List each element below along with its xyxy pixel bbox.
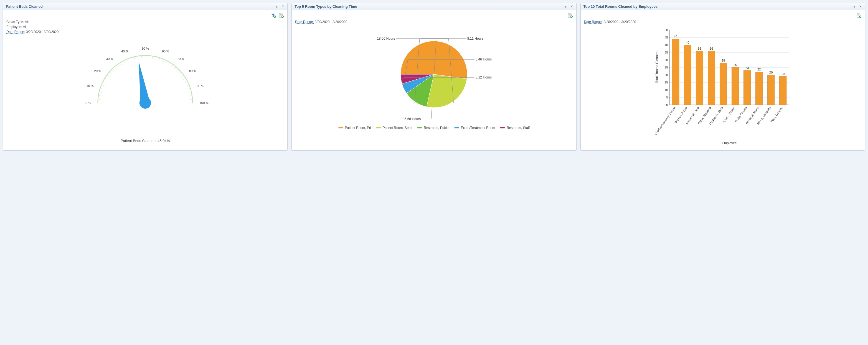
svg-line-16 [121, 63, 122, 65]
close-icon[interactable]: ✕ [569, 4, 574, 9]
export-icon[interactable] [567, 13, 573, 18]
svg-line-41 [189, 96, 192, 96]
svg-text:50 %: 50 % [142, 47, 149, 50]
svg-text:70 %: 70 % [177, 57, 184, 60]
svg-rect-112 [720, 63, 727, 105]
svg-text:Total Rooms Cleaned: Total Rooms Cleaned [655, 52, 659, 84]
svg-line-29 [165, 61, 166, 63]
panel-header: Top 10 Total Rooms Cleaned by Employees … [581, 3, 865, 10]
panel-title: Top 5 Room Types by Cleaning Time [294, 4, 357, 9]
svg-text:36: 36 [698, 47, 701, 50]
filter-icon[interactable] [271, 13, 276, 18]
svg-line-20 [134, 57, 135, 59]
svg-point-55 [140, 97, 151, 109]
collapse-icon[interactable]: ▴ [275, 4, 279, 9]
collapse-icon[interactable]: ▴ [563, 4, 568, 9]
svg-line-22 [142, 56, 142, 58]
svg-line-21 [138, 57, 138, 59]
svg-line-7 [101, 89, 103, 89]
svg-text:10 %: 10 % [87, 84, 94, 88]
pie-chart: 35.68 Hours18.06 Hours8.11 Hours3.46 Hou… [295, 24, 573, 124]
svg-line-8 [102, 85, 104, 86]
panel-title: Top 10 Total Rooms Cleaned by Employees [584, 4, 658, 9]
svg-rect-103 [684, 45, 691, 105]
svg-text:20 %: 20 % [94, 69, 101, 73]
close-icon[interactable]: ✕ [281, 4, 285, 9]
panel-patient-beds-cleaned: Patient Beds Cleaned ▴ ✕ Clean Type: All… [3, 3, 287, 151]
svg-rect-100 [672, 39, 679, 105]
svg-text:40: 40 [686, 41, 689, 44]
svg-line-30 [168, 63, 170, 65]
svg-line-6 [99, 92, 101, 93]
svg-line-18 [127, 60, 128, 62]
svg-line-19 [131, 58, 131, 60]
svg-text:8.11 Hours: 8.11 Hours [467, 37, 484, 40]
panel-top-room-types: Top 5 Room Types by Cleaning Time ▴ ✕ Da… [291, 3, 576, 151]
legend-item: Restroom, Public [417, 126, 449, 130]
svg-line-42 [190, 99, 192, 100]
svg-rect-109 [708, 51, 715, 105]
collapse-icon[interactable]: ▴ [852, 4, 857, 9]
date-range-link[interactable]: Date Range: [295, 20, 314, 24]
svg-line-9 [103, 82, 105, 82]
svg-text:45: 45 [664, 36, 668, 39]
svg-line-24 [149, 56, 149, 58]
svg-text:25: 25 [734, 63, 737, 67]
svg-line-36 [183, 79, 185, 80]
svg-line-27 [159, 58, 160, 60]
svg-line-37 [185, 82, 187, 82]
panel-top-employees: Top 10 Total Rooms Cleaned by Employees … [581, 3, 865, 151]
legend-item: Exam/Treatment Room [454, 126, 495, 130]
svg-line-14 [115, 67, 116, 69]
legend-item: Patient Room, Semi [376, 126, 412, 130]
panel-title: Patient Beds Cleaned [6, 4, 43, 9]
export-icon[interactable] [278, 13, 284, 18]
svg-text:30: 30 [664, 58, 668, 62]
svg-rect-121 [755, 72, 763, 105]
svg-text:90 %: 90 % [197, 84, 204, 88]
gauge-chart: 0 %10 %20 %30 %40 %50 %60 %70 %80 %90 %1… [6, 34, 284, 140]
svg-text:50: 50 [664, 28, 668, 32]
svg-text:28: 28 [721, 59, 725, 62]
date-range-value: 3/20/2020 - 3/20/2020 [26, 30, 59, 34]
svg-text:0 %: 0 % [85, 101, 91, 104]
svg-text:19: 19 [781, 72, 784, 75]
svg-text:20: 20 [664, 73, 668, 76]
svg-line-35 [181, 75, 183, 76]
pie-legend: Patient Room, PriPatient Room, SemiRestr… [295, 126, 573, 130]
close-icon[interactable]: ✕ [858, 4, 863, 9]
filter-employee: Employee: All [6, 24, 284, 29]
svg-text:3.46 Hours: 3.46 Hours [475, 57, 492, 61]
svg-text:40: 40 [664, 43, 668, 46]
svg-text:Duffy, Sharon: Duffy, Sharon [734, 106, 748, 123]
svg-line-26 [156, 57, 156, 59]
export-icon[interactable] [856, 13, 862, 18]
svg-text:Titus, Darlyne: Titus, Darlyne [770, 106, 783, 123]
svg-line-15 [118, 65, 119, 67]
panel-header: Patient Beds Cleaned ▴ ✕ [3, 3, 287, 10]
svg-line-39 [188, 89, 190, 89]
svg-line-5 [99, 96, 101, 96]
svg-line-17 [124, 61, 125, 63]
svg-text:22: 22 [757, 68, 761, 71]
svg-line-32 [175, 67, 176, 69]
svg-line-34 [179, 72, 181, 74]
svg-text:15: 15 [664, 81, 668, 84]
legend-item: Patient Room, Pri [338, 126, 371, 130]
date-range-link[interactable]: Date Range: [584, 20, 602, 24]
panel-header: Top 5 Room Types by Cleaning Time ▴ ✕ [292, 3, 576, 10]
svg-text:0: 0 [666, 103, 668, 106]
svg-text:18.06 Hours: 18.06 Hours [377, 37, 395, 40]
svg-text:*Velez, Esther: *Velez, Esther [722, 106, 736, 124]
svg-text:36: 36 [710, 47, 713, 50]
svg-text:40 %: 40 % [121, 50, 128, 53]
date-range-value: 3/20/2020 - 3/20/2020 [603, 20, 636, 24]
svg-text:100 %: 100 % [199, 101, 208, 104]
svg-line-13 [112, 70, 114, 71]
svg-line-4 [98, 99, 101, 100]
svg-text:5: 5 [666, 96, 668, 99]
date-range-link[interactable]: Date Range: [6, 30, 25, 34]
svg-text:35: 35 [664, 51, 668, 54]
date-range-value: 3/20/2020 - 3/20/2020 [315, 20, 347, 24]
svg-rect-124 [767, 75, 775, 105]
